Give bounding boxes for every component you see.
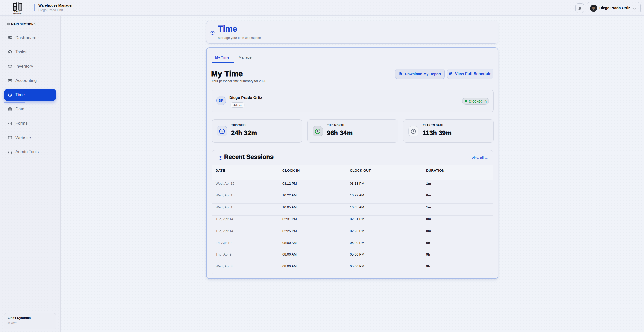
svg-text:WAREHOUSE HUB: WAREHOUSE HUB (13, 13, 22, 14)
svg-text:LINK'T: LINK'T (14, 11, 20, 13)
